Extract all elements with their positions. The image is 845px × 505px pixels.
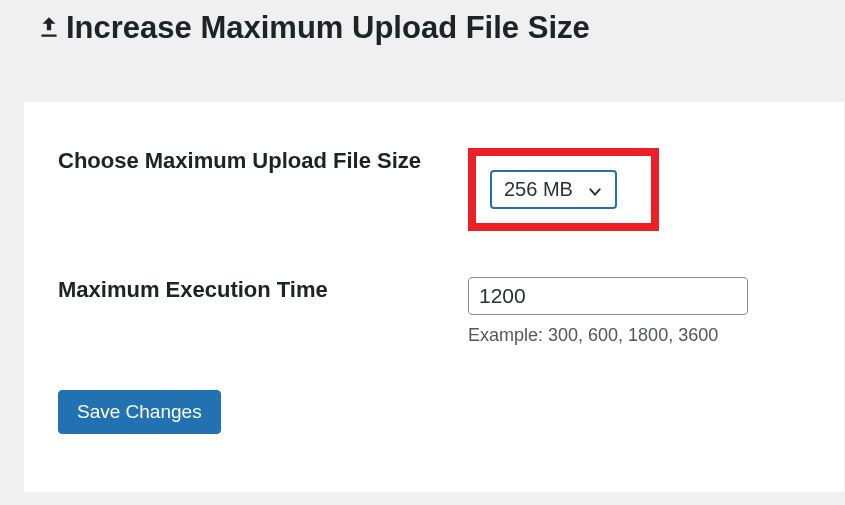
max-exec-time-label: Maximum Execution Time: [58, 275, 438, 305]
settings-card: Choose Maximum Upload File Size 256 MB: [24, 102, 844, 492]
highlight-annotation: 256 MB: [468, 148, 659, 231]
actions-row: Save Changes: [58, 390, 810, 434]
chevron-down-icon: [587, 182, 603, 198]
upload-icon: [36, 15, 62, 41]
row-max-upload-size: Choose Maximum Upload File Size 256 MB: [58, 146, 810, 231]
page-title: Increase Maximum Upload File Size: [66, 10, 590, 46]
max-upload-size-label: Choose Maximum Upload File Size: [58, 146, 438, 176]
label-col: Maximum Execution Time: [58, 275, 438, 305]
save-changes-button[interactable]: Save Changes: [58, 390, 221, 434]
settings-page: Increase Maximum Upload File Size Choose…: [0, 0, 845, 505]
max-exec-time-input[interactable]: [468, 277, 748, 315]
max-exec-time-example: Example: 300, 600, 1800, 3600: [468, 325, 810, 346]
field-col: Example: 300, 600, 1800, 3600: [468, 275, 810, 346]
row-max-exec-time: Maximum Execution Time Example: 300, 600…: [58, 275, 810, 346]
max-upload-size-selected: 256 MB: [504, 178, 573, 201]
page-header: Increase Maximum Upload File Size: [0, 0, 845, 54]
label-col: Choose Maximum Upload File Size: [58, 146, 438, 176]
max-upload-size-select[interactable]: 256 MB: [490, 170, 617, 209]
field-col: 256 MB: [468, 146, 810, 231]
